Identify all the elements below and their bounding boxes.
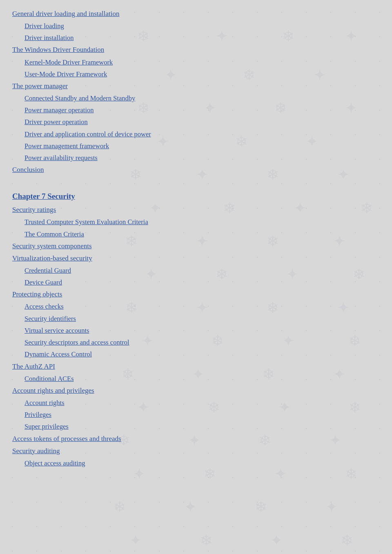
toc-item-driver-loading[interactable]: Driver loading [24, 20, 380, 31]
toc-item-security-system-components[interactable]: Security system components [12, 240, 380, 252]
toc-item-authz-api[interactable]: The AuthZ API [12, 361, 380, 372]
toc-item-dynamic-access-control[interactable]: Dynamic Access Control [24, 349, 380, 360]
toc-item-kernel-mode-driver-framework[interactable]: Kernel-Mode Driver Framework [24, 57, 380, 68]
toc-item-power-manager-operation[interactable]: Power manager operation [24, 105, 380, 116]
toc-item-credential-guard[interactable]: Credential Guard [24, 265, 380, 276]
toc-item-windows-driver-foundation[interactable]: The Windows Driver Foundation [12, 44, 380, 56]
toc-item-power-availability-requests[interactable]: Power availability requests [24, 152, 380, 163]
toc-item-user-mode-driver-framework[interactable]: User-Mode Driver Framework [24, 69, 380, 80]
toc-item-security-auditing[interactable]: Security auditing [12, 445, 380, 457]
toc-item-power-manager[interactable]: The power manager [12, 80, 380, 92]
toc-item-account-rights[interactable]: Account rights [24, 397, 380, 408]
toc-item-virtualization-based-security[interactable]: Virtualization-based security [12, 253, 380, 264]
toc-item-virtual-service-accounts[interactable]: Virtual service accounts [24, 325, 380, 336]
toc-item-driver-installation[interactable]: Driver installation [24, 32, 380, 43]
toc-item-access-tokens[interactable]: Access tokens of processes and threads [12, 433, 380, 445]
toc-item-object-access-auditing[interactable]: Object access auditing [24, 458, 380, 469]
toc-item-protecting-objects[interactable]: Protecting objects [12, 289, 380, 300]
toc-item-conditional-aces[interactable]: Conditional ACEs [24, 373, 380, 384]
toc-item-privileges[interactable]: Privileges [24, 409, 380, 420]
toc-item-access-checks[interactable]: Access checks [24, 301, 380, 312]
toc-item-driver-app-control-device-power[interactable]: Driver and application control of device… [24, 129, 380, 140]
toc-item-security-identifiers[interactable]: Security identifiers [24, 313, 380, 324]
toc-item-connected-standby[interactable]: Connected Standby and Modern Standby [24, 93, 380, 104]
toc-item-general-driver-loading[interactable]: General driver loading and installation [12, 8, 380, 20]
toc-item-account-rights-privileges[interactable]: Account rights and privileges [12, 385, 380, 396]
chapter-heading-chapter-7-security[interactable]: Chapter 7 Security [12, 192, 380, 201]
toc-item-device-guard[interactable]: Device Guard [24, 277, 380, 288]
toc-item-security-ratings[interactable]: Security ratings [12, 204, 380, 216]
toc-item-power-management-framework[interactable]: Power management framework [24, 140, 380, 151]
toc-item-trusted-computer-system[interactable]: Trusted Computer System Evaluation Crite… [24, 216, 380, 227]
toc-item-common-criteria[interactable]: The Common Criteria [24, 229, 380, 240]
toc-item-super-privileges[interactable]: Super privileges [24, 421, 380, 432]
toc-item-driver-power-operation[interactable]: Driver power operation [24, 116, 380, 127]
spacer [12, 176, 380, 184]
toc-item-conclusion[interactable]: Conclusion [12, 164, 380, 176]
toc-item-security-descriptors[interactable]: Security descriptors and access control [24, 337, 380, 348]
toc-container: General driver loading and installationD… [12, 8, 380, 469]
